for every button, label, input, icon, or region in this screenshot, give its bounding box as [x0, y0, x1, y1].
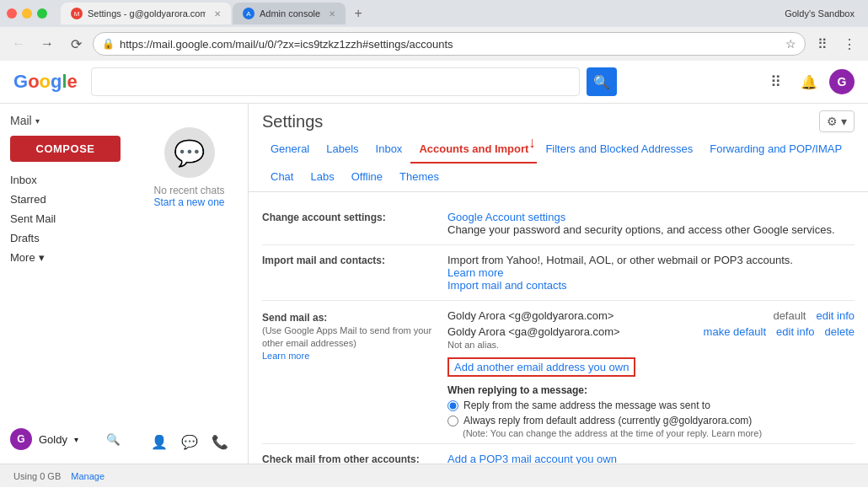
reply-option-2-radio[interactable]	[447, 416, 458, 426]
reply-option-1-radio[interactable]	[447, 400, 458, 411]
notifications-button[interactable]: 🔔	[796, 68, 822, 95]
tab-themes[interactable]: Themes	[391, 164, 447, 191]
sidebar-item-label-inbox: Inbox	[10, 174, 37, 186]
minimize-button[interactable]	[22, 8, 32, 19]
reply-option-1-label: Reply from the same address the message …	[463, 400, 710, 411]
chat-phone-icon[interactable]: 📞	[208, 430, 232, 453]
title-bar: M Settings - g@goldyarora.com ✕ A Admin …	[0, 0, 868, 27]
tab-admin[interactable]: A Admin console ✕	[233, 3, 346, 24]
settings-tabs: ↓ General Labels Inbox Accounts and Impo…	[249, 136, 868, 192]
maximize-button[interactable]	[37, 8, 47, 19]
add-email-link[interactable]: Add another email address you own	[447, 357, 635, 377]
footer-using-label: Using 0 GB	[13, 471, 61, 481]
tab-close-settings[interactable]: ✕	[214, 9, 221, 19]
search-button-sidebar[interactable]: 🔍	[106, 433, 121, 446]
send-mail-label: Send mail as:	[262, 312, 327, 324]
more-arrow-icon: ▾	[39, 251, 45, 264]
user-area: G Goldy ▾ 🔍	[0, 421, 131, 457]
footer-manage-link[interactable]: Manage	[71, 471, 104, 481]
address-text: https://mail.google.com/mail/u/0/?zx=ics…	[120, 38, 780, 51]
tab-forwarding[interactable]: Forwarding and POP/IMAP	[701, 136, 850, 164]
sidebar: Mail ▾ COMPOSE Inbox Starred Sent Mail D…	[0, 104, 131, 464]
sidebar-item-drafts[interactable]: Drafts	[0, 228, 124, 248]
google-account-settings-link[interactable]: Google Account settings	[447, 211, 565, 223]
section-label-import: Import mail and contacts:	[262, 254, 447, 292]
chat-panel: 💬 No recent chats Start a new one 👤 💬 📞	[131, 104, 249, 464]
tab-favicon-admin: A	[243, 8, 255, 19]
section-check-mail: Check mail from other accounts: Learn mo…	[262, 444, 855, 464]
import-learn-more-link[interactable]: Learn more	[447, 266, 503, 279]
change-account-label: Change account settings:	[262, 212, 386, 223]
star-page-button[interactable]: ☆	[785, 37, 796, 51]
tab-chat[interactable]: Chat	[262, 164, 302, 191]
chat-bubble-icon[interactable]: 💬	[178, 430, 201, 453]
account-2-make-default-link[interactable]: make default	[704, 325, 766, 338]
account-2-name: Goldy Arora <ga@goldyarora.com>	[447, 325, 620, 338]
back-button[interactable]: ←	[7, 32, 30, 56]
section-change-account: Change account settings: Google Account …	[262, 202, 855, 245]
extensions-button[interactable]: ⠿	[811, 32, 834, 56]
account-2-info: Goldy Arora <ga@goldyarora.com> Not an a…	[447, 325, 694, 351]
sidebar-item-more[interactable]: More ▾	[0, 248, 131, 267]
account-1-name: Goldy Arora <g@goldyarora.com>	[447, 309, 763, 322]
tab-general[interactable]: General	[262, 136, 318, 164]
tab-labs[interactable]: Labs	[302, 164, 342, 191]
red-arrow-indicator: ↓	[528, 136, 536, 152]
sidebar-item-sent[interactable]: Sent Mail	[0, 209, 124, 228]
account-row-1: Goldy Arora <g@goldyarora.com> default e…	[447, 309, 855, 322]
search-button[interactable]: 🔍	[587, 67, 617, 96]
compose-button[interactable]: COMPOSE	[10, 136, 121, 162]
tab-label-admin: Admin console	[260, 8, 320, 19]
chat-avatar-area: 💬	[164, 127, 215, 178]
add-pop3-link[interactable]: Add a POP3 mail account you own	[447, 453, 617, 464]
google-apps-button[interactable]: ⠿	[762, 68, 789, 95]
new-tab-button[interactable]: +	[347, 3, 369, 24]
tab-accounts-import[interactable]: Accounts and Import	[410, 136, 537, 164]
sidebar-item-starred[interactable]: Starred	[0, 190, 124, 209]
add-email-row: Add another email address you own	[447, 357, 855, 377]
account-2-meta: make default edit info delete	[694, 325, 855, 338]
account-2-delete-link[interactable]: delete	[825, 325, 855, 338]
reply-note: (Note: You can change the address at the…	[463, 428, 855, 438]
mail-label[interactable]: Mail ▾	[0, 110, 131, 131]
import-mail-contacts-link[interactable]: Import mail and contacts	[447, 279, 567, 292]
send-mail-learn-more-link[interactable]: Learn more	[262, 351, 309, 361]
tab-inbox[interactable]: Inbox	[367, 136, 411, 164]
chat-people-icon[interactable]: 👤	[147, 430, 171, 453]
reply-option-2-label: Always reply from default address (curre…	[463, 415, 752, 426]
more-options-button[interactable]: ⋮	[838, 32, 861, 56]
start-new-link[interactable]: Start a new one	[153, 196, 224, 208]
close-button[interactable]	[7, 8, 17, 19]
tab-labels[interactable]: Labels	[318, 136, 367, 164]
sidebar-item-inbox[interactable]: Inbox	[0, 170, 124, 190]
search-input[interactable]	[91, 67, 580, 96]
account-1-meta: default edit info	[763, 309, 855, 322]
tab-offline[interactable]: Offline	[343, 164, 391, 191]
refresh-button[interactable]: ⟳	[64, 32, 88, 56]
section-content-send-mail: Goldy Arora <g@goldyarora.com> default e…	[447, 309, 855, 438]
main-content: Settings ⚙ ▾ ↓ General Labels Inbox Acco…	[249, 104, 868, 464]
browser-tabs: M Settings - g@goldyarora.com ✕ A Admin …	[61, 3, 778, 24]
address-bar[interactable]: 🔒 https://mail.google.com/mail/u/0/?zx=i…	[93, 32, 806, 56]
settings-header: Settings ⚙ ▾	[249, 104, 868, 136]
tab-close-admin[interactable]: ✕	[329, 9, 335, 19]
avatar[interactable]: G	[829, 69, 855, 94]
account-2-edit-link[interactable]: edit info	[776, 325, 815, 338]
account-1-edit-link[interactable]: edit info	[816, 309, 855, 322]
tab-filters[interactable]: Filters and Blocked Addresses	[537, 136, 701, 164]
section-content-check-mail: Add a POP3 mail account you own	[447, 453, 855, 464]
reply-options: When replying to a message: Reply from t…	[447, 383, 855, 438]
address-icons: ☆	[785, 37, 796, 51]
tab-settings[interactable]: M Settings - g@goldyarora.com ✕	[61, 3, 231, 24]
user-workspace-label: Goldy's Sandbox	[785, 8, 861, 19]
section-send-mail: Send mail as: (Use Google Apps Mail to s…	[262, 301, 855, 444]
forward-button[interactable]: →	[35, 32, 59, 56]
page-title: Settings	[262, 112, 323, 131]
tab-favicon-gmail: M	[71, 8, 83, 19]
mail-dropdown-arrow: ▾	[35, 116, 40, 126]
account-2-note: Not an alias.	[447, 340, 499, 350]
footer-left: Using 0 GB Manage	[13, 471, 104, 481]
settings-gear-button[interactable]: ⚙ ▾	[819, 110, 855, 132]
section-import-mail: Import mail and contacts: Import from Ya…	[262, 245, 855, 301]
section-label-check-mail: Check mail from other accounts: Learn mo…	[262, 453, 447, 464]
